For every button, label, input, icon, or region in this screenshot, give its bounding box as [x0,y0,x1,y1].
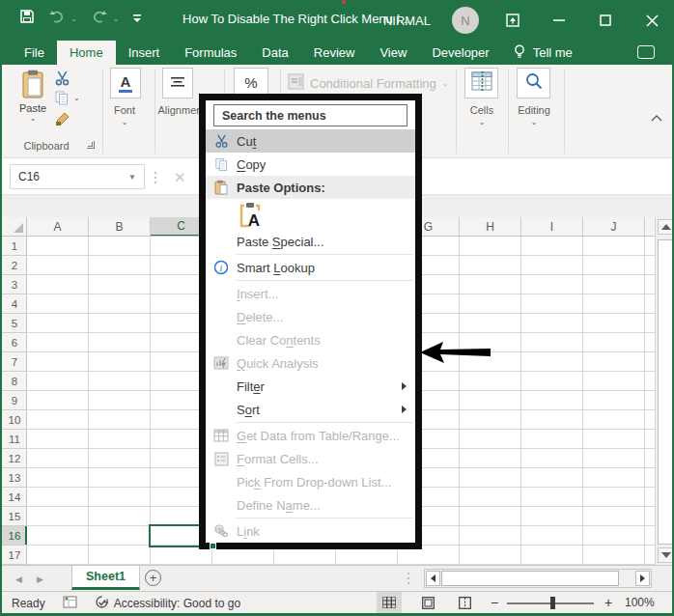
tab-view[interactable]: View [367,41,419,65]
row-header-5[interactable]: 5 [2,314,27,333]
menu-item-copy[interactable]: Copy [206,153,415,176]
row-header-14[interactable]: 14 [2,488,27,507]
zoom-out-button[interactable]: − [491,595,498,610]
scroll-down-icon[interactable] [658,547,674,563]
macro-record-icon[interactable] [63,596,77,611]
scroll-right-icon[interactable] [635,571,650,586]
paste-button[interactable]: Paste ⌄ [14,70,52,123]
editing-dropdown-icon[interactable]: ⌄ [512,118,556,126]
menu-item-sort[interactable]: Sort [206,398,415,421]
tab-review[interactable]: Review [301,41,368,65]
next-sheet-icon[interactable]: ▶ [37,574,43,584]
horizontal-scroll-thumb[interactable] [441,571,619,586]
redo-button[interactable] [91,10,108,27]
vertical-scroll-thumb[interactable] [658,239,674,545]
tab-data[interactable]: Data [249,41,300,65]
menu-item-paste-special[interactable]: Paste Special... [206,230,415,253]
zoom-slider-handle[interactable] [550,597,555,609]
save-icon[interactable] [19,9,35,28]
row-header-11[interactable]: 11 [2,430,27,449]
row-header-12[interactable]: 12 [2,449,27,468]
menu-item-pick-from-drop-down-list[interactable]: Pick From Drop-down List... [206,470,415,493]
row-header-3[interactable]: 3 [2,275,27,294]
copy-dropdown-icon[interactable]: ⌄ [73,94,80,102]
avatar[interactable]: N [452,7,479,34]
ribbon-display-options-icon[interactable] [500,8,525,33]
clipboard-dialog-launcher-icon[interactable] [87,141,95,149]
tab-insert[interactable]: Insert [116,41,173,65]
row-header-17[interactable]: 17 [2,546,27,565]
paste-option-keep-source-formatting[interactable]: A [206,199,415,230]
alignment-group-button[interactable] [162,68,193,98]
editing-group-button[interactable] [517,68,550,98]
zoom-in-button[interactable]: + [604,595,612,610]
horizontal-scrollbar[interactable] [424,569,652,588]
name-box-dropdown-icon[interactable]: ▼ [128,173,136,182]
menu-item-quick-analysis[interactable]: Quick Analysis [206,351,415,375]
user-name[interactable]: NIRMAL [383,14,431,28]
undo-button[interactable] [48,10,66,27]
minimize-button[interactable] [547,8,572,33]
menu-item-filter[interactable]: Filter [206,375,415,398]
view-page-layout-button[interactable] [415,592,440,613]
tab-home[interactable]: Home [57,41,116,65]
undo-dropdown-icon[interactable]: ⌄ [70,14,77,23]
menu-item-smart-lookup[interactable]: iSmart Lookup [206,256,415,279]
scroll-left-icon[interactable] [426,571,440,586]
comments-icon[interactable] [637,45,655,59]
select-all-corner[interactable] [2,217,27,237]
prev-sheet-icon[interactable]: ◀ [15,574,22,584]
new-sheet-button[interactable]: + [145,570,161,586]
fill-handle[interactable] [210,543,216,549]
collapse-ribbon-icon[interactable] [651,108,662,126]
cells-group-button[interactable] [464,68,498,98]
conditional-formatting-button[interactable]: Conditional Formatting ⌄ [288,73,449,94]
column-header-i[interactable]: I [521,217,583,237]
view-normal-button[interactable] [377,592,402,613]
row-header-8[interactable]: 8 [2,372,27,391]
row-header-13[interactable]: 13 [2,468,27,488]
menu-item-cut[interactable]: Cut [206,129,415,153]
customize-qat-icon[interactable] [132,10,142,27]
row-header-6[interactable]: 6 [2,333,27,352]
name-box[interactable]: C16 ▼ [10,164,145,189]
row-header-4[interactable]: 4 [2,294,27,314]
column-header-h[interactable]: H [460,217,521,237]
column-header-j[interactable]: J [583,217,645,237]
percent-style-button[interactable]: % [234,68,268,97]
search-the-menus-input[interactable]: Search the menus [213,104,407,126]
column-header-b[interactable]: B [89,217,151,237]
sheet-tab-sheet1[interactable]: Sheet1 [71,566,140,590]
tab-formulas[interactable]: Formulas [172,41,249,65]
cut-button[interactable] [54,70,70,91]
font-dropdown-icon[interactable]: ⌄ [105,118,144,126]
row-header-9[interactable]: 9 [2,391,27,410]
cells-dropdown-icon[interactable]: ⌄ [463,118,501,126]
zoom-level[interactable]: 100% [625,596,655,609]
paste-dropdown-icon[interactable]: ⌄ [14,114,52,123]
menu-item-clear-contents[interactable]: Clear Contents [206,328,415,351]
view-page-break-button[interactable] [452,592,477,613]
cancel-icon[interactable]: ✕ [174,169,186,186]
font-group-button[interactable]: A [110,68,141,98]
sheetbar-divider[interactable] [407,573,409,584]
column-header-a[interactable]: A [27,217,89,237]
paste-a-icon[interactable]: A [237,201,264,229]
maximize-button[interactable] [593,8,618,33]
menu-item-delete[interactable]: Delete... [206,305,415,328]
tab-tell-me[interactable]: Tell me [502,41,584,65]
vertical-scrollbar[interactable] [655,217,674,565]
scroll-up-icon[interactable] [658,219,674,235]
tab-developer[interactable]: Developer [419,41,501,65]
menu-item-format-cells[interactable]: Format Cells... [206,447,415,470]
menu-item-get-data-from-table-range[interactable]: Get Data from Table/Range... [206,424,415,447]
row-header-1[interactable]: 1 [2,237,27,256]
menu-item-link[interactable]: Link [206,519,415,543]
accessibility-status[interactable]: Accessibility: Good to go [114,597,240,610]
row-header-10[interactable]: 10 [2,410,27,430]
row-header-15[interactable]: 15 [2,507,27,526]
menu-item-define-name[interactable]: Define Name... [206,493,415,517]
close-button[interactable] [639,8,664,33]
redo-dropdown-icon[interactable]: ⌄ [113,14,120,23]
copy-button[interactable] [54,90,70,110]
